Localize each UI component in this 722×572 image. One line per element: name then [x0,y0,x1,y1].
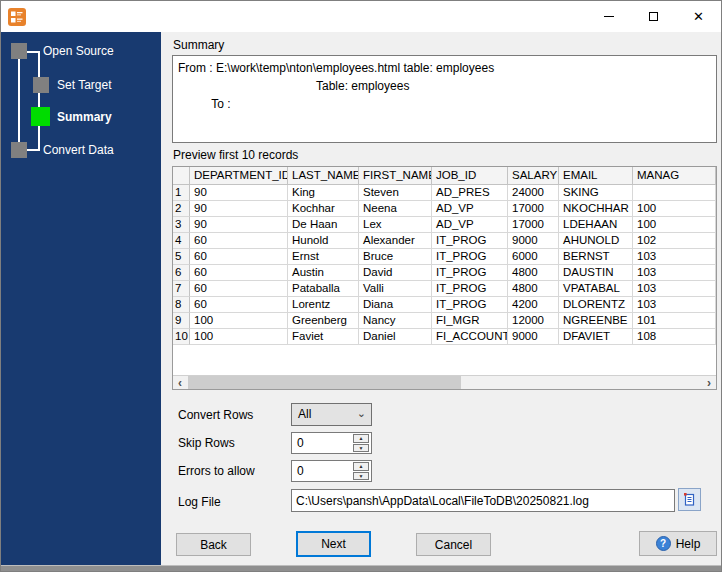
app-window: ✕ Open Source Set Target Summary Convert… [0,0,722,572]
errors-to-allow-stepper[interactable]: 0 ▲ ▼ [291,460,372,482]
table-cell: King [288,185,359,201]
spin-up-icon[interactable]: ▲ [353,462,369,471]
back-button[interactable]: Back [176,533,251,556]
minimize-button[interactable] [586,1,631,32]
table-cell: Hunold [288,233,359,249]
table-cell: 100 [190,313,288,329]
spin-down-icon[interactable]: ▼ [353,472,369,481]
table-cell: 60 [190,233,288,249]
table-cell: AHUNOLD [559,233,633,249]
table-cell: SKING [559,185,633,201]
row-number-cell: 9 [173,313,190,329]
skip-rows-value: 0 [297,436,304,450]
skip-rows-stepper[interactable]: 0 ▲ ▼ [291,432,372,454]
table-cell: Ernst [288,249,359,265]
step-marker-open-source [11,43,27,59]
sidebar-item-convert-data: Convert Data [43,142,114,158]
table-cell: 90 [190,185,288,201]
scrollbar-thumb[interactable] [188,376,461,389]
table-cell: 9000 [508,233,559,249]
table-cell: LDEHAAN [559,217,633,233]
spin-down-icon[interactable]: ▼ [353,444,369,453]
row-number-cell: 7 [173,281,190,297]
table-row[interactable]: 390De HaanLexAD_VP17000LDEHAAN100 [173,217,716,233]
table-cell: Austin [288,265,359,281]
grid-column-header[interactable]: FIRST_NAME [359,167,432,185]
table-row[interactable]: 190KingStevenAD_PRES24000SKING [173,185,716,201]
table-cell: 103 [633,281,716,297]
horizontal-scrollbar[interactable]: ‹ › [173,375,716,389]
row-number-cell: 1 [173,185,190,201]
maximize-icon [649,12,658,21]
table-cell: 24000 [508,185,559,201]
table-cell: Faviet [288,329,359,345]
scroll-right-icon[interactable]: › [702,376,716,389]
table-cell: Nancy [359,313,432,329]
table-cell: 103 [633,249,716,265]
grid-header-row: DEPARTMENT_IDLAST_NAMEFIRST_NAMEJOB_IDSA… [173,167,716,185]
table-row[interactable]: 660AustinDavidIT_PROG4800DAUSTIN103 [173,265,716,281]
main-panel: Summary From : E:\work\temp\nton\employe… [161,32,721,565]
scroll-left-icon[interactable]: ‹ [173,376,187,389]
help-icon: ? [656,536,671,551]
table-row[interactable]: 290KochharNeenaAD_VP17000NKOCHHAR100 [173,201,716,217]
table-cell: Lex [359,217,432,233]
table-cell: 17000 [508,201,559,217]
table-cell: 60 [190,249,288,265]
table-cell: IT_PROG [432,249,508,265]
table-row[interactable]: 9100GreenbergNancyFI_MGR12000NGREENBE101 [173,313,716,329]
errors-to-allow-value: 0 [297,464,304,478]
convert-rows-label: Convert Rows [178,407,253,423]
table-row[interactable]: 560ErnstBruceIT_PROG6000BERNST103 [173,249,716,265]
grid-column-header[interactable]: LAST_NAME [288,167,359,185]
grid-corner-cell [173,167,190,185]
table-cell: 12000 [508,313,559,329]
table-row[interactable]: 760PataballaValliIT_PROG4800VPATABAL103 [173,281,716,297]
chevron-down-icon: ⌄ [357,403,366,424]
table-cell: DLORENTZ [559,297,633,313]
table-cell: 100 [190,329,288,345]
table-cell: 103 [633,297,716,313]
summary-textbox[interactable]: From : E:\work\temp\nton\employees.html … [172,55,717,143]
table-row[interactable]: 860LorentzDianaIT_PROG4200DLORENTZ103 [173,297,716,313]
close-icon: ✕ [693,10,704,23]
grid-column-header[interactable]: JOB_ID [432,167,508,185]
convert-rows-select[interactable]: All ⌄ [291,403,372,426]
table-cell: AD_VP [432,201,508,217]
table-cell: 102 [633,233,716,249]
log-file-input[interactable] [291,489,675,512]
table-cell: IT_PROG [432,297,508,313]
table-cell: 4800 [508,281,559,297]
app-body: Open Source Set Target Summary Convert D… [1,32,721,565]
maximize-button[interactable] [631,1,676,32]
spin-up-icon[interactable]: ▲ [353,434,369,443]
grid-column-header[interactable]: SALARY [508,167,559,185]
table-row[interactable]: 10100FavietDanielFI_ACCOUNT9000DFAVIET10… [173,329,716,345]
grid-column-header[interactable]: EMAIL [559,167,633,185]
step-connector-left [18,51,20,151]
step-marker-set-target [33,77,49,93]
table-cell: 6000 [508,249,559,265]
log-file-browse-button[interactable] [678,488,701,511]
close-button[interactable]: ✕ [676,1,721,32]
grid-column-header[interactable]: DEPARTMENT_ID [190,167,288,185]
sidebar-item-summary: Summary [57,109,112,125]
table-cell: 4200 [508,297,559,313]
next-button[interactable]: Next [296,531,371,557]
table-cell: Diana [359,297,432,313]
row-number-cell: 6 [173,265,190,281]
table-cell: Alexander [359,233,432,249]
summary-from-line: From : E:\work\temp\nton\employees.html … [178,59,711,77]
table-cell: 100 [633,201,716,217]
minimize-icon [604,16,614,17]
table-cell: 90 [190,201,288,217]
grid-column-header[interactable]: MANAG [633,167,716,185]
table-row[interactable]: 460HunoldAlexanderIT_PROG9000AHUNOLD102 [173,233,716,249]
cancel-button[interactable]: Cancel [416,533,491,556]
help-button[interactable]: ? Help [639,531,717,556]
grid-body: 190KingStevenAD_PRES24000SKING290Kochhar… [173,185,716,345]
table-cell: 60 [190,297,288,313]
table-cell: AD_VP [432,217,508,233]
log-file-label: Log File [178,494,221,510]
table-cell: IT_PROG [432,281,508,297]
